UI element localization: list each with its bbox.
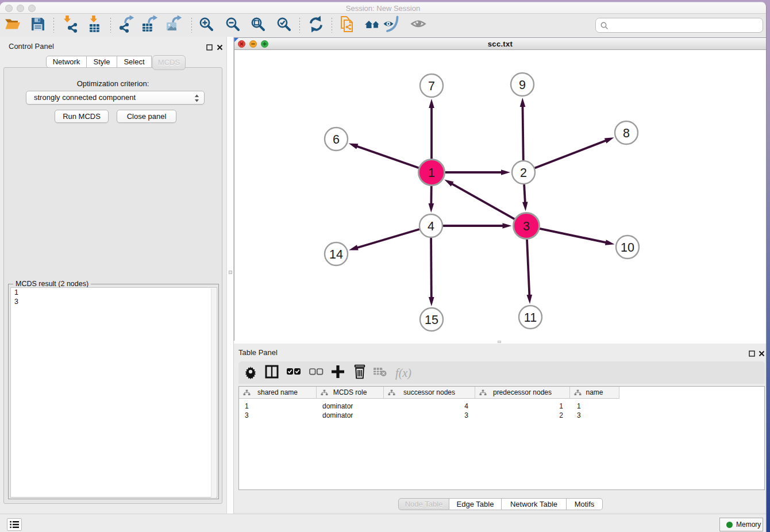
table-cell[interactable]: 1 [577, 402, 619, 411]
table-settings-icon[interactable] [243, 364, 258, 381]
column-header-shared-name[interactable]: shared name [239, 387, 317, 399]
table-tab-node-table[interactable]: Node Table [398, 498, 449, 510]
window-title: Session: New Session [0, 2, 766, 14]
table-cell[interactable]: 2 [475, 411, 563, 420]
task-history-button[interactable] [7, 518, 22, 531]
mcds-result-line: 3 [11, 297, 217, 306]
mcds-result-legend: MCDS result (2 nodes) [13, 280, 91, 288]
graph-node-9[interactable]: 9 [511, 73, 534, 96]
graph-node-4[interactable]: 4 [419, 214, 442, 237]
export-table-icon[interactable] [141, 16, 159, 35]
column-header-name[interactable]: name [570, 387, 619, 399]
column-header-predecessor-nodes[interactable]: predecessor nodes [475, 387, 570, 399]
column-header-label: MCDS role [317, 387, 383, 398]
refresh-layout-icon[interactable] [307, 16, 325, 35]
horizontal-split-grip[interactable] [498, 341, 501, 343]
network-canvas[interactable]: 1 2 3 4 6 7 8 9 10 11 14 15 [234, 51, 766, 341]
control-panel-tab-select[interactable]: Select [117, 56, 152, 68]
zoom-out-icon[interactable] [224, 16, 241, 35]
zoom-fit-icon[interactable] [249, 16, 267, 35]
search-box [595, 18, 763, 33]
control-panel-tab-network[interactable]: Network [46, 56, 87, 68]
optimization-criterion-label: Optimization criterion: [4, 79, 222, 88]
result-scrollbar[interactable] [211, 288, 216, 498]
save-session-icon[interactable] [29, 16, 47, 35]
table-cell[interactable]: 3 [577, 411, 619, 420]
control-panel-close-icon[interactable] [217, 43, 223, 53]
run-mcds-button[interactable]: Run MCDS [55, 110, 109, 123]
table-cell[interactable]: 1 [245, 402, 317, 411]
toolbar-separator [299, 18, 300, 33]
graph-node-14[interactable]: 14 [325, 242, 348, 265]
select-all-rows-icon[interactable] [286, 366, 301, 380]
deselect-all-rows-icon[interactable] [309, 366, 324, 380]
search-input[interactable] [611, 19, 758, 32]
toolbar-separator [53, 18, 54, 33]
svg-text:14: 14 [329, 248, 343, 261]
toolbar-separator [191, 18, 192, 33]
memory-label: Memory [736, 518, 761, 531]
column-header-MCDS-role[interactable]: MCDS role [317, 387, 384, 399]
column-header-label: shared name [239, 387, 316, 398]
delete-column-icon[interactable] [353, 364, 367, 381]
graph-node-2[interactable]: 2 [512, 161, 535, 184]
network-frame: scc.txt 1 2 3 4 6 7 8 9 10 11 14 [234, 37, 767, 341]
svg-text:4: 4 [428, 219, 434, 233]
node-table[interactable]: shared name MCDS role successor nodes pr… [238, 386, 765, 490]
svg-text:9: 9 [519, 78, 526, 92]
svg-text:8: 8 [623, 126, 630, 140]
control-panel-float-icon[interactable] [206, 43, 213, 53]
table-cell[interactable]: 3 [245, 411, 317, 420]
svg-text:3: 3 [523, 219, 530, 233]
export-image-icon[interactable] [165, 16, 183, 35]
copy-share-document-icon[interactable] [339, 16, 356, 35]
application-window: Session: New Session [0, 2, 767, 532]
table-tab-network-table[interactable]: Network Table [502, 498, 567, 510]
graph-node-10[interactable]: 10 [616, 236, 639, 259]
svg-text:1: 1 [428, 166, 435, 180]
network-frame-titlebar[interactable]: scc.txt [234, 38, 766, 50]
open-session-icon[interactable] [4, 16, 21, 35]
table-panel-close-icon[interactable] [759, 349, 765, 359]
column-header-successor-nodes[interactable]: successor nodes [384, 387, 475, 399]
table-cell[interactable]: dominator [322, 411, 384, 420]
table-panel-float-icon[interactable] [749, 349, 755, 359]
close-panel-button[interactable]: Close panel [117, 110, 176, 123]
main-toolbar [0, 14, 766, 37]
column-visibility-icon[interactable] [265, 365, 279, 381]
table-cell[interactable]: dominator [322, 402, 384, 411]
hide-details-icon[interactable] [383, 16, 400, 35]
graph-node-6[interactable]: 6 [325, 128, 348, 151]
right-workspace: scc.txt 1 2 3 4 6 7 8 9 10 11 14 [234, 37, 767, 514]
import-network-icon[interactable] [61, 16, 79, 35]
svg-text:2: 2 [520, 166, 527, 180]
zoom-selected-icon[interactable] [275, 16, 292, 35]
mcds-result-text[interactable]: 13 [10, 287, 217, 498]
graph-node-3[interactable]: 3 [514, 213, 540, 239]
vertical-split-divider[interactable] [226, 37, 234, 514]
home-networks-icon[interactable] [364, 16, 382, 35]
table-cell[interactable]: 3 [384, 411, 468, 420]
zoom-in-icon[interactable] [198, 16, 215, 35]
graph-node-1[interactable]: 1 [419, 160, 445, 186]
export-network-icon[interactable] [118, 16, 136, 35]
table-cell[interactable]: 4 [384, 402, 468, 411]
graph-node-7[interactable]: 7 [420, 74, 443, 97]
graph-node-15[interactable]: 15 [420, 308, 443, 331]
import-table-icon[interactable] [86, 16, 103, 35]
vertical-split-grip[interactable] [229, 271, 232, 274]
graph-node-8[interactable]: 8 [615, 121, 638, 144]
show-details-icon[interactable] [410, 16, 428, 35]
task-list-icon [10, 521, 19, 529]
table-cell[interactable]: 1 [475, 402, 563, 411]
mcds-result-line: 1 [11, 288, 217, 297]
table-tab-edge-table[interactable]: Edge Table [449, 498, 502, 510]
table-tab-motifs[interactable]: Motifs [567, 498, 603, 510]
add-column-icon[interactable] [332, 365, 344, 380]
memory-button[interactable]: Memory [719, 518, 763, 531]
column-header-label: predecessor nodes [475, 387, 569, 398]
control-panel-tab-style[interactable]: Style [87, 56, 117, 68]
control-panel-tab-mcds[interactable]: MCDS [152, 55, 186, 70]
graph-node-11[interactable]: 11 [519, 306, 542, 329]
criterion-dropdown[interactable]: strongly connected component [26, 91, 205, 105]
